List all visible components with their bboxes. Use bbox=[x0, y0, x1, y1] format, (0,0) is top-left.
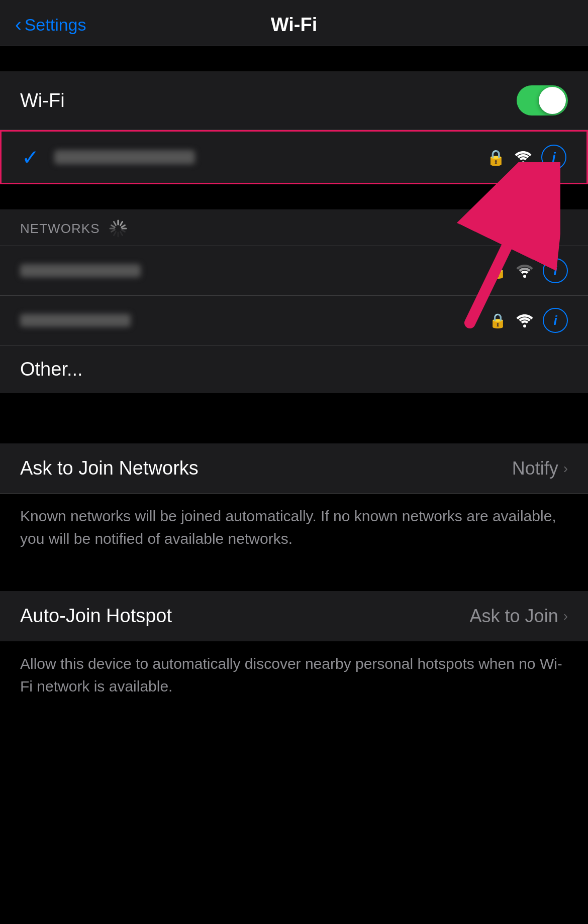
back-button[interactable]: ‹ Settings bbox=[15, 15, 86, 35]
network-2-info-icon: i bbox=[553, 313, 557, 328]
lock-icon: 🔒 bbox=[486, 149, 505, 166]
svg-point-16 bbox=[523, 324, 526, 327]
auto-join-hotspot-row[interactable]: Auto-Join Hotspot Ask to Join › bbox=[0, 591, 588, 641]
ask-to-join-chevron-icon: › bbox=[563, 460, 568, 477]
wifi-toggle[interactable] bbox=[517, 85, 568, 116]
network-1-wifi-icon bbox=[516, 263, 534, 278]
ask-to-join-section: Ask to Join Networks Notify › bbox=[0, 443, 588, 494]
svg-line-14 bbox=[114, 222, 116, 225]
svg-line-5 bbox=[121, 225, 125, 227]
svg-line-4 bbox=[120, 222, 122, 225]
ask-to-join-description: Known networks will be joined automatica… bbox=[0, 494, 588, 566]
other-network-row[interactable]: Other... bbox=[0, 345, 588, 393]
top-spacer bbox=[0, 46, 588, 71]
network-1-lock-icon: 🔒 bbox=[489, 263, 507, 279]
network-row-1[interactable]: 🔒 i bbox=[0, 246, 588, 295]
ask-to-join-value-group: Notify › bbox=[512, 458, 568, 479]
network-2-name-blurred bbox=[20, 314, 131, 327]
svg-line-8 bbox=[120, 232, 122, 236]
nav-bar: ‹ Settings Wi-Fi bbox=[0, 0, 588, 46]
connected-network-wrapper: ✓ 🔒 i bbox=[0, 130, 588, 184]
auto-join-hotspot-section: Auto-Join Hotspot Ask to Join › bbox=[0, 591, 588, 641]
svg-line-10 bbox=[114, 232, 116, 236]
toggle-thumb bbox=[539, 87, 566, 114]
svg-line-11 bbox=[111, 230, 115, 232]
auto-join-hotspot-value: Ask to Join bbox=[470, 606, 558, 627]
section-gap-2 bbox=[0, 393, 588, 418]
network-2-wifi-icon bbox=[516, 313, 534, 328]
svg-point-15 bbox=[523, 275, 526, 278]
section-gap-1 bbox=[0, 184, 588, 209]
networks-header-label: NETWORKS bbox=[20, 221, 100, 237]
network-2-lock-icon: 🔒 bbox=[489, 312, 507, 329]
back-label: Settings bbox=[25, 15, 86, 35]
auto-join-hotspot-description: Allow this device to automatically disco… bbox=[0, 641, 588, 714]
wifi-toggle-row: Wi-Fi bbox=[0, 71, 588, 130]
connected-row-icons: 🔒 i bbox=[486, 145, 566, 170]
network-1-name-blurred bbox=[20, 264, 141, 277]
network-1-info-button[interactable]: i bbox=[543, 258, 568, 283]
page-title: Wi-Fi bbox=[271, 14, 318, 36]
auto-join-hotspot-label: Auto-Join Hotspot bbox=[20, 605, 172, 627]
svg-line-13 bbox=[111, 225, 115, 227]
info-icon: i bbox=[552, 150, 555, 165]
networks-header: NETWORKS bbox=[0, 209, 588, 246]
connected-network-name bbox=[54, 150, 195, 164]
loading-spinner-icon bbox=[109, 219, 127, 238]
wifi-signal-icon bbox=[514, 150, 532, 165]
ask-to-join-value: Notify bbox=[512, 458, 558, 479]
svg-line-7 bbox=[121, 230, 125, 232]
network-row-2[interactable]: 🔒 i bbox=[0, 295, 588, 345]
wifi-toggle-label: Wi-Fi bbox=[20, 90, 65, 111]
network-2-name bbox=[20, 314, 489, 327]
other-network-label: Other... bbox=[20, 359, 83, 380]
network-1-icons: 🔒 i bbox=[489, 258, 568, 283]
network-1-info-icon: i bbox=[553, 263, 557, 279]
svg-point-0 bbox=[522, 161, 525, 164]
network-2-info-button[interactable]: i bbox=[543, 308, 568, 333]
checkmark-icon: ✓ bbox=[22, 145, 39, 170]
network-2-icons: 🔒 i bbox=[489, 308, 568, 333]
connected-network-info-button[interactable]: i bbox=[541, 145, 566, 170]
back-chevron-icon: ‹ bbox=[15, 15, 22, 34]
network-1-name bbox=[20, 264, 489, 277]
auto-join-hotspot-chevron-icon: › bbox=[563, 608, 568, 624]
auto-join-hotspot-value-group: Ask to Join › bbox=[470, 606, 568, 627]
connected-network-row[interactable]: ✓ 🔒 i bbox=[0, 130, 588, 184]
ask-to-join-row[interactable]: Ask to Join Networks Notify › bbox=[0, 443, 588, 494]
ask-to-join-label: Ask to Join Networks bbox=[20, 457, 199, 479]
